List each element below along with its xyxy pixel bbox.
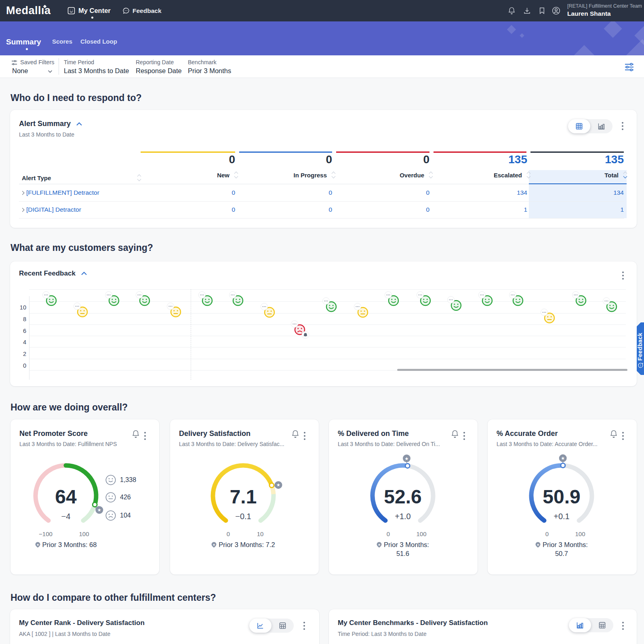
svg-text:★: ★ [36,543,39,547]
svg-text:★: ★ [213,543,215,547]
svg-text:★: ★ [561,456,565,461]
svg-text:★: ★ [378,543,381,547]
svg-text:★: ★ [537,543,539,547]
svg-text:★: ★ [405,456,409,461]
